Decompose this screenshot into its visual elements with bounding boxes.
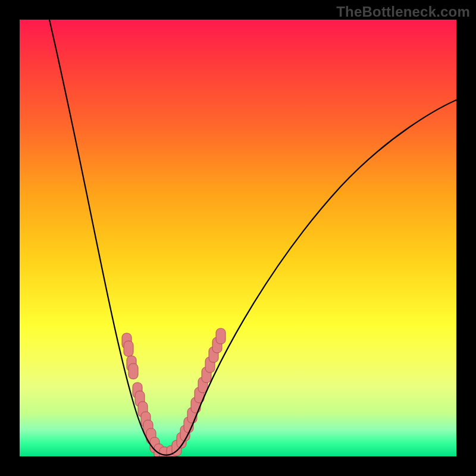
markers-group bbox=[122, 328, 226, 456]
outer-frame: TheBottleneck.com bbox=[0, 0, 476, 476]
curve-marker bbox=[216, 328, 226, 344]
chart-svg bbox=[20, 20, 456, 456]
curve-marker bbox=[129, 364, 138, 379]
curve-marker bbox=[124, 341, 133, 356]
watermark-text: TheBottleneck.com bbox=[336, 4, 470, 20]
plot-area bbox=[20, 20, 456, 456]
bottleneck-curve bbox=[49, 20, 456, 455]
